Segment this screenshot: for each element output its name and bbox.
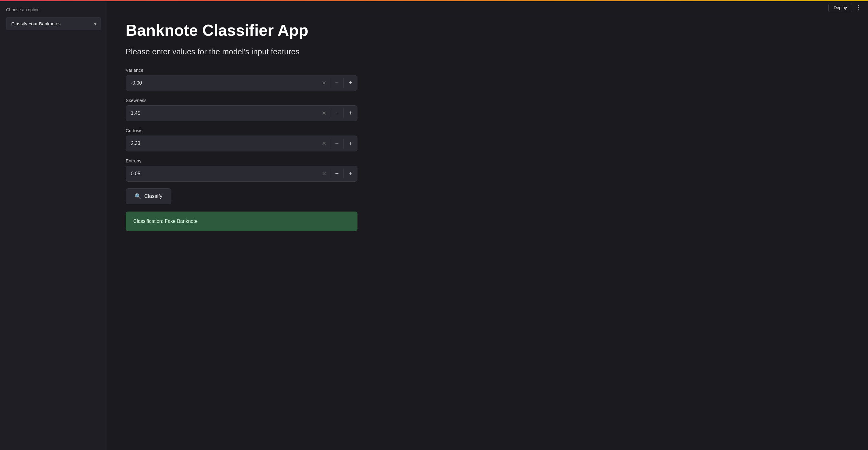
variance-input-wrapper: ✕ − + — [126, 75, 358, 91]
skewness-label: Skewness — [126, 98, 850, 103]
skewness-input-wrapper: ✕ − + — [126, 105, 358, 121]
skewness-input[interactable] — [126, 106, 318, 120]
sidebar: Choose an option Classify Your Banknotes — [0, 0, 107, 450]
variance-clear-button[interactable]: ✕ — [318, 80, 330, 86]
entropy-decrement-button[interactable]: − — [330, 166, 344, 181]
skewness-decrement-button[interactable]: − — [330, 106, 344, 121]
sidebar-select[interactable]: Classify Your Banknotes — [6, 17, 101, 30]
curtosis-input[interactable] — [126, 137, 318, 150]
more-menu-button[interactable]: ⋮ — [855, 4, 862, 11]
variance-increment-button[interactable]: + — [344, 76, 357, 91]
app-title: Banknote Classifier App — [126, 21, 850, 40]
variance-input[interactable] — [126, 76, 318, 90]
curtosis-field-group: Curtosis ✕ − + — [126, 128, 850, 151]
sidebar-select-wrapper[interactable]: Classify Your Banknotes — [6, 17, 101, 30]
main-content: Banknote Classifier App Please enter val… — [107, 0, 868, 450]
result-text: Classification: Fake Banknote — [133, 219, 198, 224]
entropy-increment-button[interactable]: + — [344, 166, 357, 181]
variance-decrement-button[interactable]: − — [330, 76, 344, 91]
topbar: Deploy ⋮ — [107, 0, 868, 15]
curtosis-input-wrapper: ✕ − + — [126, 136, 358, 151]
curtosis-label: Curtosis — [126, 128, 850, 133]
classify-icon: 🔍 — [134, 193, 141, 200]
top-accent-bar — [0, 0, 868, 1]
sidebar-label: Choose an option — [6, 7, 101, 12]
deploy-button[interactable]: Deploy — [828, 3, 852, 12]
result-box: Classification: Fake Banknote — [126, 212, 358, 231]
skewness-clear-button[interactable]: ✕ — [318, 110, 330, 117]
variance-field-group: Variance ✕ − + — [126, 67, 850, 91]
entropy-clear-button[interactable]: ✕ — [318, 170, 330, 177]
variance-label: Variance — [126, 67, 850, 73]
curtosis-clear-button[interactable]: ✕ — [318, 140, 330, 147]
skewness-increment-button[interactable]: + — [344, 106, 357, 121]
entropy-label: Entropy — [126, 158, 850, 163]
classify-button[interactable]: 🔍 Classify — [126, 188, 172, 204]
classify-button-label: Classify — [144, 193, 162, 199]
entropy-field-group: Entropy ✕ − + — [126, 158, 850, 181]
curtosis-increment-button[interactable]: + — [344, 136, 357, 151]
skewness-field-group: Skewness ✕ − + — [126, 98, 850, 121]
entropy-input-wrapper: ✕ − + — [126, 166, 358, 181]
app-subtitle: Please enter values for the model's inpu… — [126, 47, 850, 56]
entropy-input[interactable] — [126, 167, 318, 181]
curtosis-decrement-button[interactable]: − — [330, 136, 344, 151]
